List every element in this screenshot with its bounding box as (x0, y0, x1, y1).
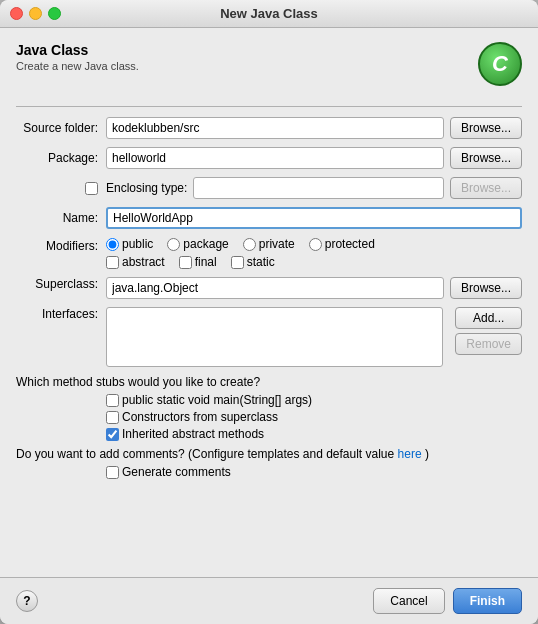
modifier-abstract-label: abstract (122, 255, 165, 269)
interfaces-row: Interfaces: Add... Remove (16, 307, 522, 367)
method-stubs-constructors-checkbox[interactable] (106, 411, 119, 424)
interfaces-textarea[interactable] (106, 307, 443, 367)
header-section: Java Class Create a new Java class. C (16, 42, 522, 86)
method-stubs-inherited-checkbox[interactable] (106, 428, 119, 441)
window-title: New Java Class (220, 6, 318, 21)
modifier-package-option[interactable]: package (167, 237, 228, 251)
method-stubs-inherited-option[interactable]: Inherited abstract methods (106, 427, 522, 441)
enclosing-type-controls: Enclosing type: Browse... (106, 177, 522, 199)
header-separator (16, 106, 522, 107)
minimize-button[interactable] (29, 7, 42, 20)
generate-comments-checkbox[interactable] (106, 466, 119, 479)
comments-question-prefix: Do you want to add comments? (Configure … (16, 447, 394, 461)
comments-question-suffix: ) (425, 447, 429, 461)
modifier-abstract-checkbox[interactable] (106, 256, 119, 269)
method-stubs-inherited-label: Inherited abstract methods (122, 427, 264, 441)
enclosing-type-checkbox-area (16, 182, 106, 195)
enclosing-type-checkbox[interactable] (85, 182, 98, 195)
eclipse-icon: C (478, 42, 522, 86)
modifier-final-option[interactable]: final (179, 255, 217, 269)
method-stubs-main-checkbox[interactable] (106, 394, 119, 407)
comments-section: Do you want to add comments? (Configure … (16, 447, 522, 479)
modifiers-options: public package private protected (106, 237, 522, 269)
help-button[interactable]: ? (16, 590, 38, 612)
name-label: Name: (16, 211, 106, 225)
source-folder-row: Source folder: Browse... (16, 117, 522, 139)
cancel-button[interactable]: Cancel (373, 588, 444, 614)
source-folder-browse-button[interactable]: Browse... (450, 117, 522, 139)
comments-question: Do you want to add comments? (Configure … (16, 447, 522, 461)
modifier-public-label: public (122, 237, 153, 251)
superclass-controls: Browse... (106, 277, 522, 299)
method-stubs-main-option[interactable]: public static void main(String[] args) (106, 393, 522, 407)
footer-right: Cancel Finish (373, 588, 522, 614)
access-modifier-group: public package private protected (106, 237, 522, 251)
modifier-abstract-option[interactable]: abstract (106, 255, 165, 269)
interfaces-buttons: Add... Remove (455, 307, 522, 355)
other-modifier-group: abstract final static (106, 255, 522, 269)
enclosing-type-row: Enclosing type: Browse... (16, 177, 522, 199)
footer-left: ? (16, 590, 38, 612)
traffic-lights (10, 7, 61, 20)
package-label: Package: (16, 151, 106, 165)
new-java-class-dialog: New Java Class Java Class Create a new J… (0, 0, 538, 624)
name-controls (106, 207, 522, 229)
modifier-package-label: package (183, 237, 228, 251)
package-input[interactable] (106, 147, 444, 169)
maximize-button[interactable] (48, 7, 61, 20)
modifier-final-label: final (195, 255, 217, 269)
method-stubs-options: public static void main(String[] args) C… (106, 393, 522, 441)
modifier-static-option[interactable]: static (231, 255, 275, 269)
modifier-protected-label: protected (325, 237, 375, 251)
modifier-protected-option[interactable]: protected (309, 237, 375, 251)
interfaces-label: Interfaces: (16, 307, 106, 321)
modifier-protected-radio[interactable] (309, 238, 322, 251)
modifiers-row: Modifiers: public package private (16, 237, 522, 269)
modifier-private-radio[interactable] (243, 238, 256, 251)
method-stubs-main-label: public static void main(String[] args) (122, 393, 312, 407)
close-button[interactable] (10, 7, 23, 20)
source-folder-input[interactable] (106, 117, 444, 139)
source-folder-controls: Browse... (106, 117, 522, 139)
method-stubs-question: Which method stubs would you like to cre… (16, 375, 522, 389)
superclass-input[interactable] (106, 277, 444, 299)
modifier-package-radio[interactable] (167, 238, 180, 251)
comments-options: Generate comments (106, 465, 522, 479)
enclosing-type-browse-button[interactable]: Browse... (450, 177, 522, 199)
modifier-static-checkbox[interactable] (231, 256, 244, 269)
interfaces-add-button[interactable]: Add... (455, 307, 522, 329)
modifier-public-radio[interactable] (106, 238, 119, 251)
package-row: Package: Browse... (16, 147, 522, 169)
dialog-subtitle: Create a new Java class. (16, 60, 139, 72)
name-row: Name: (16, 207, 522, 229)
comments-configure-link[interactable]: here (398, 447, 422, 461)
header-text: Java Class Create a new Java class. (16, 42, 139, 72)
modifier-private-option[interactable]: private (243, 237, 295, 251)
package-browse-button[interactable]: Browse... (450, 147, 522, 169)
method-stubs-section: Which method stubs would you like to cre… (16, 375, 522, 441)
method-stubs-constructors-label: Constructors from superclass (122, 410, 278, 424)
source-folder-label: Source folder: (16, 121, 106, 135)
modifier-public-option[interactable]: public (106, 237, 153, 251)
modifier-static-label: static (247, 255, 275, 269)
dialog-title: Java Class (16, 42, 139, 58)
modifiers-label: Modifiers: (16, 237, 106, 253)
modifier-final-checkbox[interactable] (179, 256, 192, 269)
modifier-private-label: private (259, 237, 295, 251)
generate-comments-option[interactable]: Generate comments (106, 465, 522, 479)
titlebar: New Java Class (0, 0, 538, 28)
enclosing-type-input[interactable] (193, 177, 444, 199)
interfaces-remove-button[interactable]: Remove (455, 333, 522, 355)
finish-button[interactable]: Finish (453, 588, 522, 614)
generate-comments-label: Generate comments (122, 465, 231, 479)
superclass-browse-button[interactable]: Browse... (450, 277, 522, 299)
name-input[interactable] (106, 207, 522, 229)
enclosing-type-label: Enclosing type: (106, 181, 187, 195)
method-stubs-constructors-option[interactable]: Constructors from superclass (106, 410, 522, 424)
package-controls: Browse... (106, 147, 522, 169)
dialog-content: Java Class Create a new Java class. C So… (0, 28, 538, 577)
superclass-label: Superclass: (16, 277, 106, 291)
superclass-row: Superclass: Browse... (16, 277, 522, 299)
footer: ? Cancel Finish (0, 577, 538, 624)
